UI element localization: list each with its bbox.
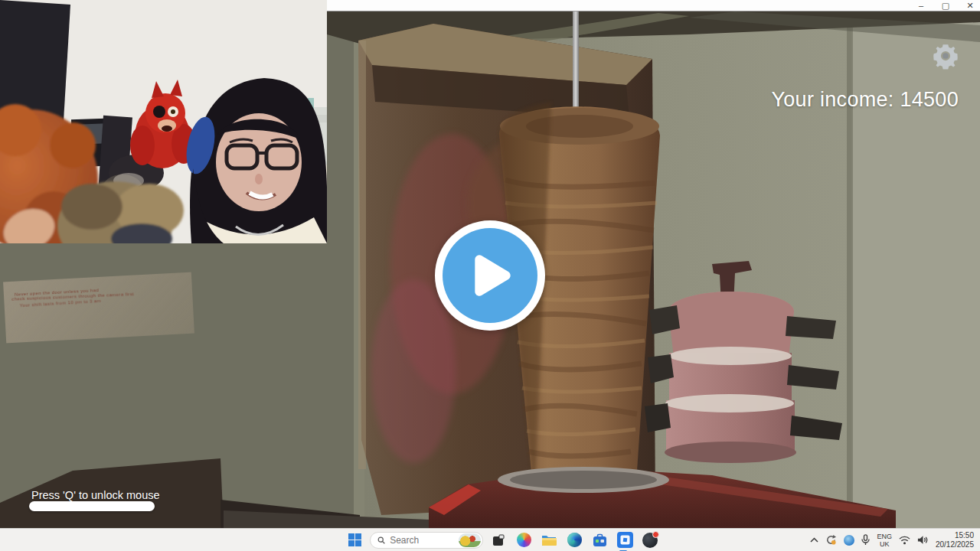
unlock-mouse-hint: Press 'Q' to unlock mouse — [31, 489, 160, 501]
income-display: Your income: 14500 — [771, 88, 959, 112]
door — [0, 0, 70, 121]
tray-date: 20/12/2025 — [936, 540, 974, 549]
unlock-progress-bar — [29, 501, 155, 511]
toolbox-app-button[interactable] — [590, 530, 609, 550]
copilot-icon — [517, 533, 531, 547]
maximize-button[interactable]: ▢ — [940, 1, 951, 11]
tray-volume[interactable] — [917, 535, 929, 545]
fluffy-hair-person — [57, 181, 184, 243]
toolbox-app-icon — [593, 533, 607, 547]
wifi-icon — [899, 536, 910, 545]
language-line2: UK — [877, 540, 892, 548]
active-game-app-button[interactable] — [615, 530, 635, 550]
chevron-up-icon — [810, 537, 818, 543]
tray-wifi[interactable] — [899, 536, 910, 545]
taskbar: ENG UK 15:50 20/12/2025 — [0, 528, 980, 551]
tray-microphone[interactable] — [861, 534, 870, 546]
webcam-art — [0, 0, 327, 243]
screen: – ▢ ✕ — [0, 0, 980, 551]
webcam-overlay — [0, 0, 327, 243]
search-input[interactable] — [390, 535, 454, 546]
window-controls: – ▢ ✕ — [916, 0, 975, 11]
active-game-app-icon — [617, 532, 633, 548]
minimize-button[interactable]: – — [916, 1, 926, 11]
tray-language[interactable]: ENG UK — [877, 533, 892, 548]
notifications-app-button[interactable] — [640, 530, 660, 550]
play-icon — [463, 249, 517, 302]
search-highlight-image — [459, 533, 481, 547]
settings-gear-icon[interactable] — [929, 40, 962, 72]
play-button-circle — [443, 228, 537, 323]
windows-logo-icon — [348, 533, 361, 546]
start-button[interactable] — [345, 530, 364, 550]
task-view-button[interactable] — [488, 530, 508, 550]
speaker-icon — [917, 535, 929, 545]
copilot-button[interactable] — [514, 530, 534, 550]
taskbar-center — [345, 530, 660, 550]
info-app-icon — [844, 535, 854, 546]
notification-badge — [652, 531, 659, 538]
edge-icon — [567, 533, 582, 547]
edge-button[interactable] — [564, 530, 584, 550]
tray-info-app[interactable] — [844, 535, 854, 546]
task-view-icon — [492, 533, 505, 547]
taskbar-search[interactable] — [370, 532, 483, 549]
tray-chevron-up[interactable] — [810, 537, 818, 543]
search-icon — [377, 536, 385, 545]
tray-time: 15:50 — [936, 531, 974, 540]
microphone-icon — [861, 534, 870, 546]
language-line1: ENG — [877, 533, 892, 540]
video-play-button[interactable] — [435, 220, 545, 331]
rules-poster: Never open the door unless you had check… — [3, 272, 194, 344]
file-explorer-icon — [541, 533, 557, 546]
sync-icon — [825, 534, 837, 546]
tray-clock[interactable]: 15:50 20/12/2025 — [936, 531, 974, 549]
notifications-app-icon — [642, 533, 658, 548]
file-explorer-button[interactable] — [539, 530, 559, 550]
tray-sync[interactable] — [825, 534, 837, 546]
system-tray: ENG UK 15:50 20/12/2025 — [810, 531, 974, 549]
close-button[interactable]: ✕ — [965, 1, 975, 11]
